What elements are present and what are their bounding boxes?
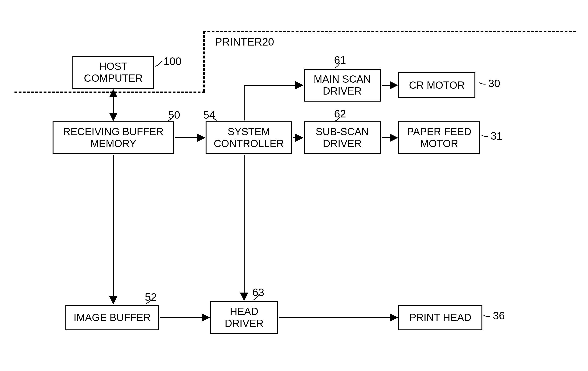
ref-head-driver: 63: [252, 286, 264, 299]
block-head-driver: HEADDRIVER: [210, 301, 278, 334]
leader-30: [479, 83, 486, 84]
block-main-scan-driver-label: MAIN SCANDRIVER: [314, 73, 371, 97]
block-host-computer: HOSTCOMPUTER: [73, 56, 154, 89]
ref-paper-feed-motor: 31: [491, 130, 503, 142]
block-print-head-label: PRINT HEAD: [409, 312, 472, 324]
block-image-buffer-label: IMAGE BUFFER: [74, 312, 151, 324]
block-image-buffer: IMAGE BUFFER: [65, 305, 159, 330]
block-head-driver-label: HEADDRIVER: [225, 306, 263, 329]
block-sub-scan-driver-label: SUB-SCANDRIVER: [315, 126, 369, 149]
block-system-controller-label: SYSTEMCONTROLLER: [214, 126, 284, 149]
block-host-computer-label: HOSTCOMPUTER: [84, 61, 143, 84]
leader-31: [482, 135, 488, 137]
block-paper-feed-motor-label: PAPER FEEDMOTOR: [407, 126, 471, 149]
ref-cr-motor: 30: [488, 77, 500, 90]
block-cr-motor-label: CR MOTOR: [409, 79, 465, 91]
block-system-controller: SYSTEMCONTROLLER: [206, 121, 292, 154]
printer-boundary-top: [203, 31, 576, 32]
block-receiving-buffer-label: RECEIVING BUFFERMEMORY: [63, 126, 164, 149]
block-sub-scan-driver: SUB-SCANDRIVER: [304, 121, 381, 154]
ref-receiving-buffer: 50: [168, 109, 180, 121]
block-main-scan-driver: MAIN SCANDRIVER: [304, 69, 381, 102]
ref-print-head: 36: [493, 309, 505, 322]
leader-36: [483, 315, 490, 317]
ref-sub-scan-driver: 62: [334, 107, 346, 120]
ref-host-computer: 100: [164, 55, 181, 67]
arrow-sys-mainscan: [244, 85, 303, 121]
leader-100: [155, 61, 162, 66]
block-paper-feed-motor: PAPER FEEDMOTOR: [398, 121, 480, 154]
block-receiving-buffer: RECEIVING BUFFERMEMORY: [52, 121, 174, 154]
printer-group-label: PRINTER20: [215, 35, 274, 48]
ref-system-controller: 54: [203, 109, 215, 121]
block-print-head: PRINT HEAD: [398, 305, 483, 330]
printer-boundary-left: [203, 31, 205, 92]
diagram-canvas: PRINTER20 HOSTCOMPUTER 100 RECEIVING BUF…: [0, 0, 588, 371]
printer-boundary-bottom: [14, 92, 205, 93]
block-cr-motor: CR MOTOR: [398, 72, 475, 98]
ref-image-buffer: 52: [145, 291, 157, 303]
ref-main-scan-driver: 61: [334, 54, 346, 66]
